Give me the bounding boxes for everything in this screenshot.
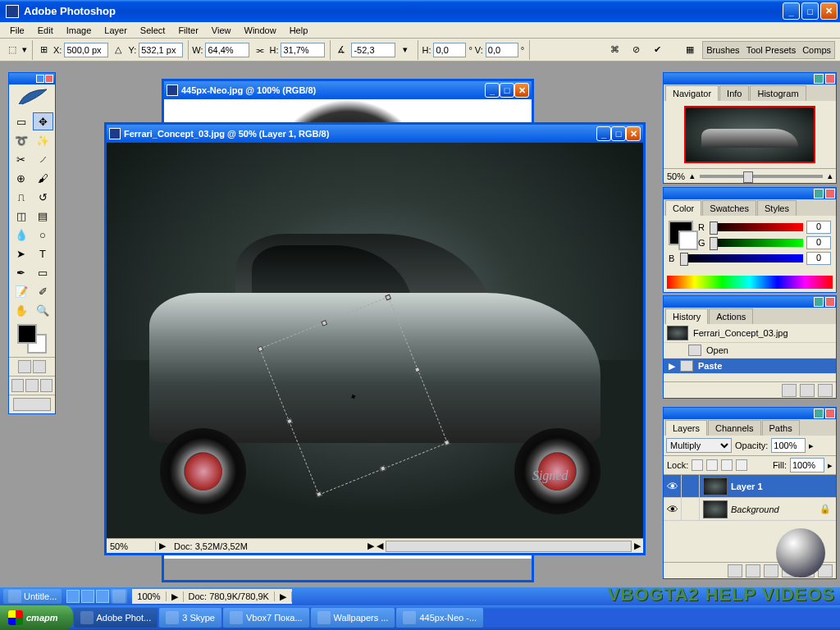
cancel-transform-button[interactable]: ⊘ <box>627 41 645 59</box>
link-icon[interactable]: ⫘ <box>252 43 267 57</box>
lock-pixels-icon[interactable] <box>706 459 718 471</box>
transform-handle[interactable] <box>385 294 391 301</box>
slice-tool[interactable]: ⟋ <box>33 150 53 168</box>
tab-styles[interactable]: Styles <box>757 200 797 216</box>
hskew-input[interactable] <box>433 43 466 57</box>
status-arrow-icon[interactable]: ▶ <box>156 541 169 551</box>
navigator-zoom-value[interactable]: 50% <box>667 171 685 181</box>
angle-input[interactable] <box>351 43 395 57</box>
tab-tool-presets[interactable]: Tool Presets <box>746 45 797 55</box>
close-button[interactable]: ✕ <box>820 2 838 20</box>
transform-center-icon[interactable]: ✦ <box>348 390 358 401</box>
panel-close-icon[interactable] <box>825 189 835 199</box>
transform-handle[interactable] <box>257 346 263 353</box>
opacity-arrow-icon[interactable]: ▸ <box>809 441 814 451</box>
b-value[interactable]: 0 <box>806 252 831 265</box>
blend-mode-select[interactable]: Multiply <box>666 438 732 453</box>
color-swatches[interactable] <box>17 324 47 354</box>
notes-tool[interactable]: 📝 <box>11 282 31 300</box>
y-input[interactable] <box>139 43 183 57</box>
doc-close-button[interactable]: ✕ <box>514 83 529 98</box>
quickmask-mask-icon[interactable] <box>33 360 46 373</box>
lock-all-icon[interactable] <box>736 459 747 471</box>
menu-image[interactable]: Image <box>60 24 98 37</box>
scroll-right-icon[interactable]: ▶ <box>632 541 643 551</box>
zoom-out-icon[interactable]: ▴ <box>690 171 695 181</box>
task-item-photoshop[interactable]: Adobe Phot... <box>74 608 158 628</box>
b-slider[interactable] <box>680 254 803 262</box>
sec-icon[interactable] <box>96 590 109 603</box>
screenmode-standard-icon[interactable] <box>11 379 24 392</box>
toolbox-minimize-icon[interactable] <box>36 75 44 83</box>
stamp-tool[interactable]: ⎍ <box>11 188 31 206</box>
layer-row-layer1[interactable]: 👁 Layer 1 <box>664 475 836 498</box>
tab-brushes[interactable]: Brushes <box>706 45 739 55</box>
tab-channels[interactable]: Channels <box>708 420 760 436</box>
new-document-button[interactable] <box>800 384 815 397</box>
task-item-skype[interactable]: 3 Skype <box>159 608 221 628</box>
foreground-color-swatch[interactable] <box>17 324 37 344</box>
panel-minimize-icon[interactable] <box>814 189 824 199</box>
menu-file[interactable]: File <box>3 24 31 37</box>
zoom-field[interactable]: 50% <box>107 541 156 551</box>
brush-tool[interactable]: 🖌 <box>33 169 53 187</box>
x-input[interactable] <box>64 43 108 57</box>
toolbox-close-icon[interactable] <box>45 75 53 83</box>
menu-window[interactable]: Window <box>238 24 283 37</box>
horizontal-scrollbar[interactable] <box>386 541 632 552</box>
commit-transform-button[interactable]: ✔ <box>648 41 666 59</box>
hand-tool[interactable]: ✋ <box>11 301 31 319</box>
new-set-button[interactable] <box>764 564 778 578</box>
tab-comps[interactable]: Comps <box>802 45 831 55</box>
new-snapshot-button[interactable] <box>782 384 797 397</box>
dodge-tool[interactable]: ○ <box>33 226 53 244</box>
minimize-button[interactable]: _ <box>783 2 800 20</box>
layer-thumbnail[interactable] <box>703 477 728 495</box>
delta-icon[interactable]: △ <box>111 43 126 57</box>
dropdown-icon[interactable]: ▾ <box>22 44 27 55</box>
tab-layers[interactable]: Layers <box>665 420 707 436</box>
status-arrow-icon[interactable]: ▶ <box>275 591 292 602</box>
doc-minimize-button[interactable]: _ <box>596 126 611 141</box>
menu-layer[interactable]: Layer <box>98 24 134 37</box>
pen-tool[interactable]: ✒ <box>11 263 31 281</box>
status-arrow-icon[interactable]: ▶ <box>368 541 374 551</box>
visibility-icon[interactable]: 👁 <box>664 475 682 497</box>
tab-paths[interactable]: Paths <box>762 420 800 436</box>
transform-handle[interactable] <box>321 320 327 326</box>
eyedropper-tool[interactable]: ✐ <box>33 282 53 300</box>
doc-close-button[interactable]: ✕ <box>626 126 641 141</box>
task-item-vbox7[interactable]: Vbox7 Пока... <box>223 608 309 628</box>
imageready-icon[interactable] <box>13 398 51 411</box>
tab-navigator[interactable]: Navigator <box>665 85 719 101</box>
link-cell[interactable] <box>682 498 700 520</box>
fill-arrow-icon[interactable]: ▸ <box>828 460 833 471</box>
menu-help[interactable]: Help <box>283 24 315 37</box>
navigator-thumbnail[interactable] <box>684 106 815 163</box>
w-input[interactable] <box>205 43 249 57</box>
fill-input[interactable] <box>790 458 824 472</box>
canvas-ferrari[interactable]: ✦ Signed <box>107 143 643 538</box>
path-select-tool[interactable]: ➤ <box>11 244 31 262</box>
history-item-paste[interactable]: ▶ Paste <box>664 358 836 374</box>
panel-minimize-icon[interactable] <box>814 74 824 84</box>
history-brush-tool[interactable]: ↺ <box>33 188 53 206</box>
zoom-tool[interactable]: 🔍 <box>33 301 53 319</box>
layer-mask-button[interactable] <box>746 564 760 578</box>
tab-color[interactable]: Color <box>665 200 701 216</box>
layer-thumbnail[interactable] <box>703 500 728 518</box>
screenmode-full-icon[interactable] <box>40 379 52 392</box>
transform-icon[interactable]: ⬚ <box>5 43 20 57</box>
marquee-tool[interactable]: ▭ <box>11 112 31 130</box>
document-window-ferrari[interactable]: Ferrari_Concept_03.jpg @ 50% (Layer 1, R… <box>104 122 646 555</box>
back-doc-zoom[interactable]: 100% <box>132 591 166 601</box>
doc-maximize-button[interactable]: □ <box>611 126 626 141</box>
layer-row-background[interactable]: 👁 Background 🔒 <box>664 498 836 521</box>
tab-swatches[interactable]: Swatches <box>702 200 756 216</box>
layer-name[interactable]: Background <box>731 504 819 514</box>
tab-histogram[interactable]: Histogram <box>750 85 806 101</box>
history-item-open[interactable]: Open <box>664 343 836 358</box>
transform-handle[interactable] <box>286 418 293 425</box>
wand-tool[interactable]: ✨ <box>33 131 53 149</box>
layer-style-button[interactable] <box>728 564 742 578</box>
